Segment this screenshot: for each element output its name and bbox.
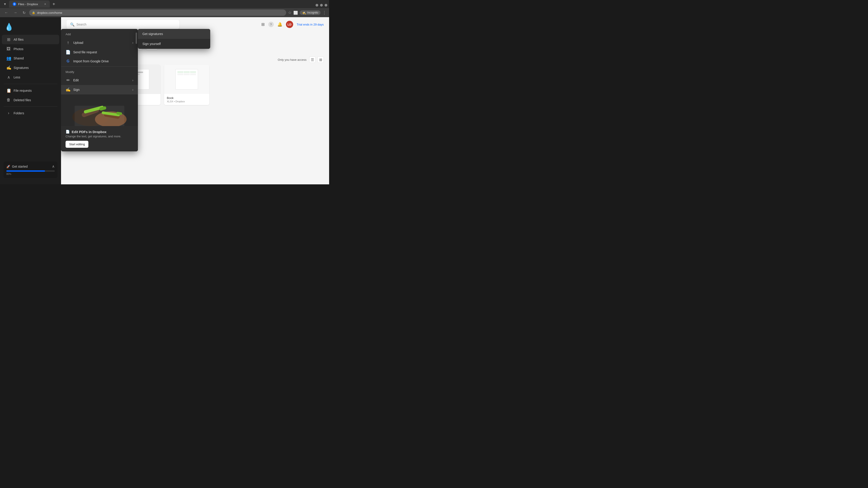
get-signatures-label: Get signatures <box>143 32 163 36</box>
url-bar[interactable]: 🔒 dropbox.com/home <box>29 9 286 16</box>
deleted-files-icon: 🗑 <box>6 98 11 102</box>
sign-label: Sign <box>73 88 80 92</box>
grid-view-button[interactable]: ⊞ <box>317 57 324 63</box>
help-icon[interactable]: ? <box>268 22 274 27</box>
file-card-info: Book XLSX • Dropbox <box>164 94 209 105</box>
sidebar-item-label: All files <box>13 38 24 41</box>
trial-badge: Trial ends in 29 days <box>297 23 324 26</box>
sign-arrow-icon: › <box>132 88 133 92</box>
shared-icon: 👥 <box>6 56 11 61</box>
start-editing-button[interactable]: Start editing <box>66 141 88 148</box>
promo-illustration <box>61 94 138 126</box>
browser-window: ▼ D Files - Dropbox × + ← → ↻ 🔒 dropbox.… <box>0 0 329 17</box>
sign-icon: ✍ <box>66 87 70 92</box>
promo-area: 📄 Edit PDFs in Dropbox Change the text, … <box>61 94 138 151</box>
file-type: XLSX <box>167 100 173 103</box>
promo-description: Change the text, get signatures, and mor… <box>66 135 133 138</box>
sidebar-item-deleted-files[interactable]: 🗑 Deleted files <box>2 95 59 105</box>
folders-expand-icon: › <box>6 111 11 116</box>
nav-actions: ☆ ⬜ 🕵 Incognito ⋮ <box>288 10 327 15</box>
search-icon: 🔍 <box>70 22 74 27</box>
sidebar-item-label: Deleted files <box>13 98 31 102</box>
sidebar-divider <box>4 84 57 84</box>
photos-icon: 🖼 <box>6 46 11 51</box>
progress-bar-fill <box>6 170 45 172</box>
tablet-icon[interactable]: ⬜ <box>293 11 298 15</box>
dropbox-logo-icon: 💧 <box>4 23 13 31</box>
search-bar[interactable]: 🔍 Search <box>66 20 180 29</box>
promo-title-icon: 📄 <box>66 130 70 134</box>
tab-close-button[interactable]: × <box>44 2 46 6</box>
sidebar-item-signatures[interactable]: ✍ Signatures <box>2 63 59 72</box>
notification-bell-icon[interactable]: 🔔 <box>277 22 282 27</box>
file-name: Book <box>167 96 207 100</box>
add-section-label: Add <box>61 29 138 38</box>
svg-rect-9 <box>74 106 124 126</box>
get-started-chevron[interactable]: ∧ <box>52 164 55 168</box>
reload-button[interactable]: ↻ <box>21 10 27 16</box>
import-google-drive-label: Import from Google Drive <box>73 59 109 63</box>
list-view-button[interactable]: ☰ <box>309 57 315 63</box>
get-started-title: 🚀 Get started <box>6 165 28 168</box>
back-button[interactable]: ← <box>3 10 10 15</box>
tab-favicon: D <box>13 2 16 6</box>
upload-icon: ↑ <box>66 40 70 45</box>
lock-icon: 🔒 <box>32 11 35 14</box>
sidebar-logo: 💧 <box>0 21 61 35</box>
hands-svg <box>61 94 138 126</box>
sign-menu-item[interactable]: ✍ Sign › <box>61 85 138 94</box>
progress-label: 80% <box>6 173 55 175</box>
signatures-icon: ✍ <box>6 65 11 70</box>
forward-button[interactable]: → <box>12 10 19 15</box>
sign-submenu: Get signatures Sign yourself <box>138 29 210 49</box>
sidebar-item-label: Less <box>13 75 20 79</box>
new-tab-button[interactable]: + <box>51 1 57 7</box>
tab-bar: ▼ D Files - Dropbox × + <box>0 0 329 8</box>
file-thumbnail-xlsx <box>164 65 209 94</box>
upload-label: Upload <box>73 41 83 44</box>
dropdown-divider <box>61 66 138 67</box>
user-avatar[interactable]: LD <box>286 21 293 28</box>
get-started-label: Get started <box>12 165 28 168</box>
progress-bar-container <box>6 170 55 172</box>
close-button[interactable] <box>324 4 327 6</box>
sidebar-item-file-requests[interactable]: 📋 File requests <box>2 86 59 95</box>
get-signatures-item[interactable]: Get signatures <box>138 29 210 39</box>
upload-menu-item[interactable]: ↑ Upload › <box>61 38 138 47</box>
sidebar-item-shared[interactable]: 👥 Shared <box>2 54 59 63</box>
sidebar-item-less[interactable]: ∧ Less <box>2 72 59 82</box>
get-started-icon: 🚀 <box>6 165 10 168</box>
sign-yourself-item[interactable]: Sign yourself <box>138 39 210 49</box>
top-bar-actions: ⊞ ? 🔔 LD Trial ends in 29 days <box>261 21 324 28</box>
file-meta: XLSX • Dropbox <box>167 100 207 103</box>
maximize-button[interactable] <box>320 4 323 6</box>
incognito-label: Incognito <box>307 11 318 14</box>
menu-icon[interactable]: ⋮ <box>322 10 327 15</box>
tab-title: Files - Dropbox <box>18 2 38 6</box>
sidebar-item-photos[interactable]: 🖼 Photos <box>2 44 59 54</box>
star-icon[interactable]: ☆ <box>288 10 291 15</box>
dropdown-scrollbar[interactable] <box>135 29 137 151</box>
tab-list-button[interactable]: ▼ <box>2 1 8 7</box>
promo-title-text: Edit PDFs in Dropbox <box>72 130 106 134</box>
nav-bar: ← → ↻ 🔒 dropbox.com/home ☆ ⬜ 🕵 Incognito… <box>0 8 329 17</box>
import-google-drive-menu-item[interactable]: G Import from Google Drive <box>61 57 138 66</box>
file-card-book[interactable]: Book XLSX • Dropbox <box>164 65 209 105</box>
sidebar-item-all-files[interactable]: ⊞ All files <box>2 35 59 44</box>
sign-yourself-label: Sign yourself <box>143 42 161 46</box>
get-started-header: 🚀 Get started ∧ <box>6 164 55 168</box>
sidebar-item-label: Signatures <box>13 66 29 70</box>
minimize-button[interactable] <box>315 4 318 6</box>
all-files-icon: ⊞ <box>6 37 11 42</box>
upload-arrow-icon: › <box>132 41 133 44</box>
app-container: 💧 ⊞ All files 🖼 Photos 👥 Shared ✍ Signat… <box>0 17 329 184</box>
active-tab[interactable]: D Files - Dropbox × <box>9 0 50 8</box>
apps-grid-icon[interactable]: ⊞ <box>261 22 265 27</box>
send-file-request-menu-item[interactable]: 📄 Send file request <box>61 47 138 57</box>
edit-menu-item[interactable]: ✏ Edit › <box>61 75 138 85</box>
sidebar-item-folders[interactable]: › Folders <box>2 108 59 118</box>
send-file-request-icon: 📄 <box>66 50 70 55</box>
file-location: Dropbox <box>176 100 185 103</box>
google-drive-icon: G <box>66 59 70 63</box>
less-icon: ∧ <box>6 75 11 80</box>
